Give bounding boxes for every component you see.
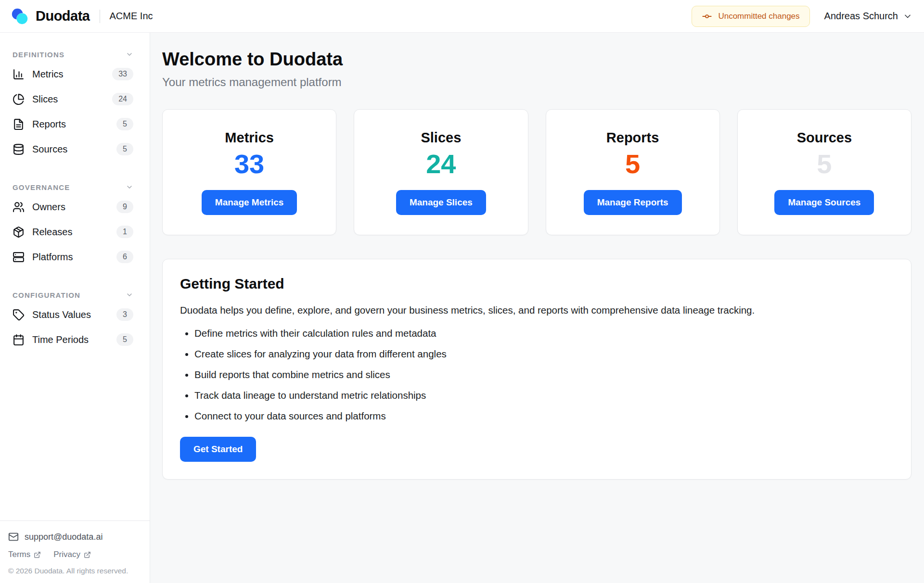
uncommitted-changes-badge[interactable]: Uncommitted changes	[692, 6, 809, 27]
brand[interactable]: Duodata	[10, 6, 90, 26]
brand-name: Duodata	[36, 8, 90, 24]
card-title: Slices	[421, 130, 461, 146]
sidebar-item-label: Releases	[32, 227, 72, 238]
chevron-down-icon	[126, 291, 133, 299]
section-header-governance[interactable]: GOVERNANCE	[0, 180, 150, 194]
mail-icon	[8, 532, 19, 542]
getting-started-intro: Duodata helps you define, explore, and g…	[180, 304, 892, 316]
reports-card: Reports 5 Manage Reports	[546, 109, 720, 235]
manage-reports-button[interactable]: Manage Reports	[584, 190, 682, 215]
sources-card: Sources 5 Manage Sources	[737, 109, 911, 235]
count-badge: 5	[116, 143, 133, 155]
calendar-icon	[13, 334, 25, 346]
sidebar-item-reports[interactable]: Reports 5	[0, 112, 150, 137]
terms-link[interactable]: Terms	[8, 550, 41, 559]
sidebar-item-sources[interactable]: Sources 5	[0, 137, 150, 162]
chevron-down-icon	[903, 12, 912, 21]
reports-count: 5	[625, 151, 640, 177]
page-title: Welcome to Duodata	[162, 49, 911, 70]
main-content: Welcome to Duodata Your metrics manageme…	[150, 33, 924, 583]
count-badge: 24	[112, 93, 133, 105]
chevron-down-icon	[126, 183, 133, 191]
company-name: ACME Inc	[110, 11, 153, 22]
getting-started-list: Define metrics with their calculation ru…	[194, 328, 892, 422]
card-title: Metrics	[225, 130, 274, 146]
card-title: Sources	[797, 130, 852, 146]
count-badge: 5	[116, 118, 133, 130]
privacy-link[interactable]: Privacy	[53, 550, 91, 559]
sidebar-item-slices[interactable]: Slices 24	[0, 87, 150, 112]
section-label: DEFINITIONS	[13, 51, 64, 59]
chevron-down-icon	[126, 51, 133, 58]
count-badge: 33	[112, 68, 133, 80]
sidebar: DEFINITIONS Metrics 33 Slices 24 Reports…	[0, 33, 150, 583]
getting-started-title: Getting Started	[180, 276, 892, 292]
manage-slices-button[interactable]: Manage Slices	[396, 190, 486, 215]
section-header-configuration[interactable]: CONFIGURATION	[0, 288, 150, 302]
privacy-label: Privacy	[53, 550, 80, 559]
sidebar-item-label: Reports	[32, 119, 66, 130]
sidebar-item-label: Owners	[32, 202, 65, 213]
copyright: © 2026 Duodata. All rights reserved.	[8, 567, 141, 575]
getting-started-card: Getting Started Duodata helps you define…	[162, 259, 911, 480]
list-item: Track data lineage to understand metric …	[194, 390, 892, 401]
support-email-link[interactable]: support@duodata.ai	[8, 532, 141, 542]
sidebar-item-time-periods[interactable]: Time Periods 5	[0, 327, 150, 352]
support-email: support@duodata.ai	[25, 532, 103, 542]
list-item: Build reports that combine metrics and s…	[194, 369, 892, 380]
external-link-icon	[34, 551, 41, 558]
status-badge-label: Uncommitted changes	[718, 12, 799, 21]
manage-metrics-button[interactable]: Manage Metrics	[202, 190, 297, 215]
section-label: CONFIGURATION	[13, 291, 80, 299]
file-text-icon	[13, 118, 25, 130]
pie-chart-icon	[13, 93, 25, 105]
get-started-button[interactable]: Get Started	[180, 437, 256, 462]
sources-count: 5	[817, 151, 832, 177]
app-header: Duodata ACME Inc Uncommitted changes And…	[0, 0, 924, 33]
sidebar-item-label: Metrics	[32, 69, 63, 80]
count-badge: 5	[116, 333, 133, 346]
list-item: Connect to your data sources and platfor…	[194, 410, 892, 422]
user-name: Andreas Schurch	[824, 11, 898, 22]
tag-icon	[13, 309, 25, 321]
sidebar-item-status-values[interactable]: Status Values 3	[0, 302, 150, 327]
sidebar-item-label: Platforms	[32, 252, 73, 263]
chart-column-icon	[13, 68, 25, 80]
slices-card: Slices 24 Manage Slices	[354, 109, 528, 235]
section-label: GOVERNANCE	[13, 183, 70, 191]
card-title: Reports	[606, 130, 659, 146]
header-divider	[100, 10, 100, 23]
terms-label: Terms	[8, 550, 30, 559]
sidebar-item-owners[interactable]: Owners 9	[0, 194, 150, 219]
users-icon	[13, 201, 25, 213]
metrics-card: Metrics 33 Manage Metrics	[162, 109, 336, 235]
sidebar-item-label: Time Periods	[32, 334, 89, 345]
package-icon	[13, 226, 25, 238]
duodata-logo-icon	[10, 6, 30, 26]
sidebar-footer: support@duodata.ai Terms Privacy © 2026 …	[0, 520, 150, 583]
sidebar-item-metrics[interactable]: Metrics 33	[0, 62, 150, 87]
sidebar-item-label: Sources	[32, 144, 67, 155]
count-badge: 1	[116, 226, 133, 238]
count-badge: 9	[116, 201, 133, 213]
manage-sources-button[interactable]: Manage Sources	[774, 190, 874, 215]
git-commit-icon	[702, 11, 712, 22]
sidebar-item-platforms[interactable]: Platforms 6	[0, 244, 150, 269]
count-badge: 6	[116, 251, 133, 263]
page-subtitle: Your metrics management platform	[162, 76, 911, 89]
list-item: Create slices for analyzing your data fr…	[194, 348, 892, 360]
external-link-icon	[84, 551, 91, 558]
database-icon	[13, 143, 25, 155]
list-item: Define metrics with their calculation ru…	[194, 328, 892, 339]
slices-count: 24	[426, 151, 456, 177]
metrics-count: 33	[234, 151, 264, 177]
user-menu[interactable]: Andreas Schurch	[824, 11, 912, 22]
sidebar-item-label: Status Values	[32, 309, 91, 320]
sidebar-item-releases[interactable]: Releases 1	[0, 219, 150, 244]
count-badge: 3	[116, 308, 133, 321]
server-icon	[13, 251, 25, 263]
sidebar-item-label: Slices	[32, 94, 58, 105]
section-header-definitions[interactable]: DEFINITIONS	[0, 47, 150, 62]
